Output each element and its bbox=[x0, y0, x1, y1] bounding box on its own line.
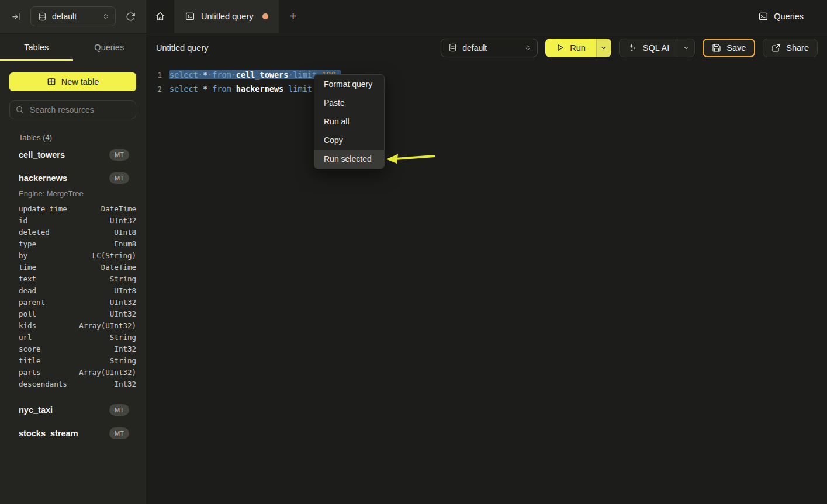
column-name: poll bbox=[19, 308, 36, 320]
column-row-id: idUInt32 bbox=[9, 215, 136, 227]
editor-lines: 1select·*·from·cell_towers·limit·100·2se… bbox=[147, 68, 827, 96]
column-type: UInt32 bbox=[110, 297, 136, 308]
search-icon bbox=[15, 105, 25, 114]
query-header: Untitled query default Run bbox=[147, 34, 827, 61]
column-type: String bbox=[110, 355, 136, 367]
save-label: Save bbox=[726, 43, 746, 53]
new-tab-button[interactable]: + bbox=[279, 0, 307, 33]
column-name: time bbox=[19, 262, 36, 273]
refresh-icon bbox=[126, 12, 136, 22]
column-row-type: typeEnum8 bbox=[9, 238, 136, 250]
engine-badge: MT bbox=[109, 404, 129, 416]
table-name: cell_towers bbox=[19, 150, 65, 159]
sparkles-icon bbox=[628, 43, 638, 53]
column-name: text bbox=[19, 273, 36, 285]
column-row-by: byLC(String) bbox=[9, 250, 136, 262]
table-grid-icon bbox=[47, 77, 56, 86]
menu-item-paste[interactable]: Paste bbox=[314, 93, 384, 112]
column-type: DateTime bbox=[101, 262, 136, 273]
sql-editor[interactable]: 1select·*·from·cell_towers·limit·100·2se… bbox=[147, 61, 827, 504]
column-type: Int32 bbox=[114, 378, 136, 390]
new-table-button[interactable]: New table bbox=[9, 72, 136, 91]
column-name: kids bbox=[19, 320, 36, 332]
table-item-nyc_taxi[interactable]: nyc_taxiMT bbox=[9, 399, 136, 420]
editor-database-select[interactable]: default bbox=[441, 39, 538, 57]
columns-gap bbox=[9, 390, 136, 397]
column-name: title bbox=[19, 355, 41, 367]
table-item-cell_towers[interactable]: cell_towersMT bbox=[9, 144, 136, 165]
column-type: UInt8 bbox=[114, 227, 136, 238]
refresh-button[interactable] bbox=[122, 8, 139, 25]
sidebar-tab-tables[interactable]: Tables bbox=[0, 34, 73, 61]
menu-item-copy[interactable]: Copy bbox=[314, 131, 384, 150]
tables-section-label: Tables (4) bbox=[9, 133, 136, 142]
sidebar: Tables Queries New table Tables (4) cell… bbox=[0, 34, 146, 504]
plus-icon: + bbox=[290, 10, 297, 23]
column-row-title: titleString bbox=[9, 355, 136, 367]
search-wrapper bbox=[9, 100, 136, 119]
sql-ai-button[interactable]: SQL AI bbox=[619, 39, 695, 57]
collapse-sidebar-button[interactable] bbox=[7, 8, 25, 25]
column-type: Array(UInt32) bbox=[79, 320, 136, 332]
editor-line-1[interactable]: 1select·*·from·cell_towers·limit·100· bbox=[147, 68, 827, 82]
column-row-time: timeDateTime bbox=[9, 262, 136, 273]
save-icon bbox=[712, 43, 721, 53]
column-name: descendants bbox=[19, 378, 67, 390]
column-row-descendants: descendantsInt32 bbox=[9, 378, 136, 390]
table-item-stocks_stream[interactable]: stocks_streamMT bbox=[9, 423, 136, 444]
run-button-group: Run bbox=[545, 39, 611, 57]
column-row-poll: pollUInt32 bbox=[9, 308, 136, 320]
engine-badge: MT bbox=[109, 172, 129, 184]
sql-ai-options[interactable] bbox=[677, 39, 694, 57]
column-row-parts: partsArray(UInt32) bbox=[9, 367, 136, 378]
column-type: Enum8 bbox=[114, 238, 136, 250]
column-row-text: textString bbox=[9, 273, 136, 285]
column-name: deleted bbox=[19, 227, 50, 238]
topbar-left: default bbox=[0, 0, 146, 33]
sidebar-tabs: Tables Queries bbox=[0, 34, 146, 61]
save-button[interactable]: Save bbox=[703, 39, 755, 57]
editor-context-menu: Format queryPasteRun allCopyRun selected bbox=[314, 74, 385, 169]
sidebar-tab-queries[interactable]: Queries bbox=[73, 34, 146, 61]
column-row-deleted: deletedUInt8 bbox=[9, 227, 136, 238]
column-name: parent bbox=[19, 297, 45, 308]
run-button[interactable]: Run bbox=[545, 39, 596, 57]
share-button[interactable]: Share bbox=[763, 39, 818, 57]
table-name: hackernews bbox=[19, 173, 67, 183]
column-type: UInt32 bbox=[110, 215, 136, 227]
share-icon bbox=[771, 43, 781, 53]
editor-line-2[interactable]: 2select * from hackernews limit bbox=[147, 82, 827, 96]
column-type: UInt8 bbox=[114, 285, 136, 297]
tab-untitled-query[interactable]: Untitled query bbox=[174, 0, 279, 33]
chevron-down-icon bbox=[600, 44, 607, 51]
topbar: default Untitled query bbox=[0, 0, 827, 33]
column-type: String bbox=[110, 332, 136, 343]
menu-item-run-all[interactable]: Run all bbox=[314, 112, 384, 131]
sidebar-body: New table Tables (4) cell_towersMThacker… bbox=[0, 61, 146, 444]
query-header-actions: default Run bbox=[441, 39, 818, 57]
column-name: dead bbox=[19, 285, 36, 297]
run-options-button[interactable] bbox=[596, 39, 611, 57]
home-button[interactable] bbox=[146, 0, 174, 33]
column-name: url bbox=[19, 332, 32, 343]
topbar-database-select[interactable]: default bbox=[30, 6, 116, 26]
sql-ai-label: SQL AI bbox=[643, 43, 669, 53]
engine-badge: MT bbox=[109, 149, 129, 161]
column-row-kids: kidsArray(UInt32) bbox=[9, 320, 136, 332]
column-row-url: urlString bbox=[9, 332, 136, 343]
line-number: 2 bbox=[147, 85, 162, 93]
search-resources-input[interactable] bbox=[9, 100, 136, 119]
sidebar-collapse-icon bbox=[11, 12, 21, 22]
queries-panel-button[interactable]: Queries bbox=[758, 0, 804, 33]
tables-list: cell_towersMThackernewsMTEngine: MergeTr… bbox=[9, 144, 136, 444]
column-type: LC(String) bbox=[92, 250, 136, 262]
engine-badge: MT bbox=[109, 427, 129, 439]
tab-label: Untitled query bbox=[201, 12, 253, 21]
share-label: Share bbox=[786, 43, 809, 53]
column-name: id bbox=[19, 215, 27, 227]
play-icon bbox=[556, 43, 565, 52]
database-icon bbox=[38, 12, 47, 21]
table-item-hackernews[interactable]: hackernewsMT bbox=[9, 168, 136, 189]
menu-item-run-selected[interactable]: Run selected bbox=[314, 150, 384, 168]
menu-item-format-query[interactable]: Format query bbox=[314, 75, 384, 93]
